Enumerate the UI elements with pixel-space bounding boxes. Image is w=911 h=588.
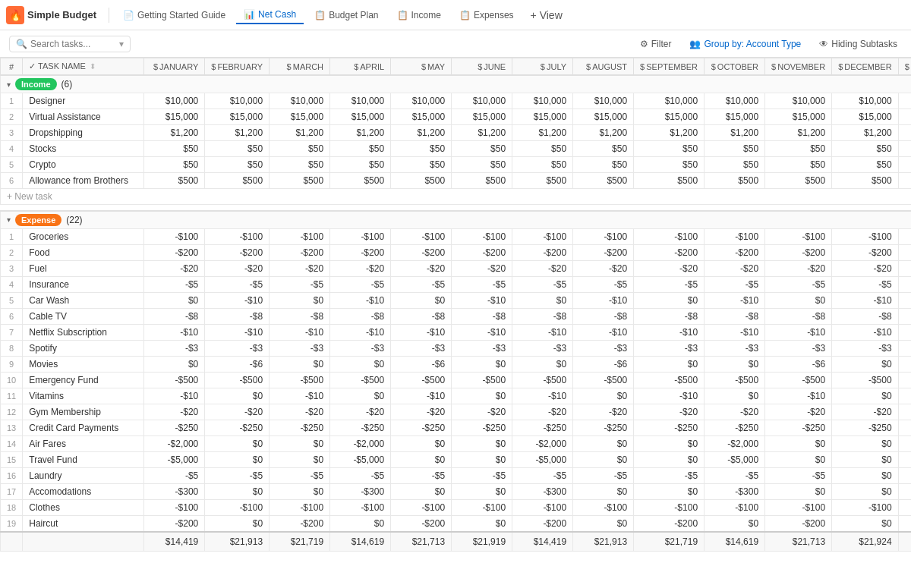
money-cell[interactable]: $500 <box>765 173 832 189</box>
money-cell[interactable]: $50 <box>832 141 898 157</box>
money-cell[interactable]: $0 <box>330 515 391 532</box>
money-cell[interactable]: $0 <box>573 451 634 467</box>
money-cell[interactable]: -$5 <box>452 467 512 483</box>
money-cell[interactable]: $0 <box>205 483 270 499</box>
money-cell[interactable]: $0 <box>452 483 512 499</box>
money-cell[interactable]: -$500 <box>330 372 391 388</box>
money-cell[interactable]: $50 <box>705 141 765 157</box>
money-cell[interactable]: -$100 <box>144 228 205 244</box>
money-cell[interactable]: -$200 <box>144 244 205 260</box>
subtotal-cell[interactable]: -$1,200 <box>898 515 911 532</box>
money-cell[interactable]: $50 <box>391 157 452 173</box>
money-cell[interactable]: -$5 <box>205 276 270 292</box>
money-cell[interactable]: -$5 <box>512 467 573 483</box>
subtotal-cell[interactable]: -$20,000 <box>898 451 911 467</box>
money-cell[interactable]: $50 <box>391 141 452 157</box>
money-cell[interactable]: $50 <box>705 157 765 173</box>
money-cell[interactable]: -$100 <box>765 228 832 244</box>
money-cell[interactable]: $0 <box>832 483 898 499</box>
money-cell[interactable]: $0 <box>705 356 765 372</box>
money-cell[interactable]: $0 <box>391 483 452 499</box>
money-cell[interactable]: $15,000 <box>330 109 391 125</box>
money-cell[interactable]: -$100 <box>705 499 765 515</box>
money-cell[interactable]: $0 <box>452 435 512 451</box>
money-cell[interactable]: -$10 <box>205 292 270 308</box>
col-april[interactable]: $APRIL <box>330 58 391 76</box>
money-cell[interactable]: $0 <box>270 292 330 308</box>
money-cell[interactable]: $0 <box>270 451 330 467</box>
row-name[interactable]: Allowance from Brothers <box>23 173 144 189</box>
money-cell[interactable]: -$10 <box>573 324 634 340</box>
tab-net-cash[interactable]: 📊 Net Cash <box>236 6 304 24</box>
money-cell[interactable]: $1,200 <box>634 125 705 141</box>
money-cell[interactable]: $10,000 <box>705 93 765 109</box>
col-task-name[interactable]: ✓ TASK NAME ⬍ <box>23 58 144 76</box>
money-cell[interactable]: -$200 <box>573 244 634 260</box>
money-cell[interactable]: -$3 <box>144 340 205 356</box>
col-july[interactable]: $JULY <box>512 58 573 76</box>
money-cell[interactable]: -$20 <box>573 404 634 420</box>
money-cell[interactable]: -$300 <box>330 483 391 499</box>
money-cell[interactable]: -$10 <box>270 388 330 404</box>
money-cell[interactable]: -$5 <box>205 467 270 483</box>
money-cell[interactable]: -$500 <box>205 372 270 388</box>
money-cell[interactable]: -$250 <box>391 420 452 435</box>
subtotal-cell[interactable]: -$8,000 <box>898 435 911 451</box>
money-cell[interactable]: $1,200 <box>832 125 898 141</box>
money-cell[interactable]: -$20 <box>832 260 898 276</box>
income-chevron[interactable]: ▾ <box>7 80 11 89</box>
money-cell[interactable]: -$5 <box>573 276 634 292</box>
money-cell[interactable]: $0 <box>512 356 573 372</box>
subtotal-cell[interactable]: $6,000 <box>898 173 911 189</box>
money-cell[interactable]: -$10 <box>512 324 573 340</box>
money-cell[interactable]: -$20 <box>270 404 330 420</box>
money-cell[interactable]: -$8 <box>452 308 512 324</box>
money-cell[interactable]: $50 <box>765 141 832 157</box>
col-subtotal[interactable]: $SUBTOTAL <box>898 58 911 76</box>
money-cell[interactable]: $0 <box>330 388 391 404</box>
money-cell[interactable]: $0 <box>205 435 270 451</box>
money-cell[interactable]: $0 <box>634 435 705 451</box>
money-cell[interactable]: $50 <box>330 157 391 173</box>
subtotal-cell[interactable]: -$3,000 <box>898 420 911 435</box>
money-cell[interactable]: $15,000 <box>512 109 573 125</box>
tab-budget-plan[interactable]: 📋 Budget Plan <box>307 7 386 24</box>
subtotal-cell[interactable]: -$6,000 <box>898 372 911 388</box>
money-cell[interactable]: -$20 <box>573 260 634 276</box>
money-cell[interactable]: -$2,000 <box>330 435 391 451</box>
money-cell[interactable]: $50 <box>452 141 512 157</box>
col-march[interactable]: $MARCH <box>270 58 330 76</box>
money-cell[interactable]: -$10 <box>330 324 391 340</box>
search-input[interactable] <box>30 39 116 49</box>
money-cell[interactable]: -$500 <box>832 372 898 388</box>
money-cell[interactable]: $0 <box>205 515 270 532</box>
money-cell[interactable]: $500 <box>205 173 270 189</box>
money-cell[interactable]: -$100 <box>144 499 205 515</box>
col-october[interactable]: $OCTOBER <box>705 58 765 76</box>
money-cell[interactable]: -$5 <box>573 467 634 483</box>
money-cell[interactable]: $15,000 <box>634 109 705 125</box>
money-cell[interactable]: $0 <box>634 356 705 372</box>
money-cell[interactable]: $0 <box>634 292 705 308</box>
money-cell[interactable]: -$20 <box>705 260 765 276</box>
money-cell[interactable]: $500 <box>832 173 898 189</box>
money-cell[interactable]: $50 <box>144 141 205 157</box>
money-cell[interactable]: -$10 <box>832 324 898 340</box>
money-cell[interactable]: -$20 <box>512 404 573 420</box>
money-cell[interactable]: -$100 <box>634 228 705 244</box>
money-cell[interactable]: -$3 <box>832 340 898 356</box>
row-name[interactable]: Laundry <box>23 467 144 483</box>
money-cell[interactable]: $0 <box>452 515 512 532</box>
money-cell[interactable]: -$3 <box>452 340 512 356</box>
money-cell[interactable]: $50 <box>205 141 270 157</box>
money-cell[interactable]: $0 <box>391 292 452 308</box>
money-cell[interactable]: $10,000 <box>573 93 634 109</box>
row-name[interactable]: Car Wash <box>23 292 144 308</box>
money-cell[interactable]: -$3 <box>512 340 573 356</box>
money-cell[interactable]: -$10 <box>452 324 512 340</box>
money-cell[interactable]: -$2,000 <box>144 435 205 451</box>
money-cell[interactable]: $500 <box>144 173 205 189</box>
money-cell[interactable]: $15,000 <box>205 109 270 125</box>
money-cell[interactable]: $10,000 <box>205 93 270 109</box>
money-cell[interactable]: $0 <box>765 292 832 308</box>
